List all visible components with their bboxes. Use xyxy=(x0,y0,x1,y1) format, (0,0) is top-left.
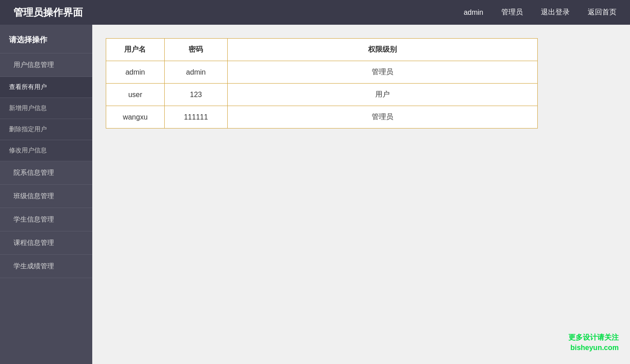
logout-button[interactable]: 退出登录 xyxy=(541,8,570,17)
table-cell-password: 123 xyxy=(164,84,227,106)
watermark-line1: 更多设计请关注 xyxy=(568,333,619,342)
sidebar-item-department-management[interactable]: 院系信息管理 xyxy=(0,161,92,185)
table-cell-username: admin xyxy=(106,61,165,84)
user-table: 用户名 密码 权限级别 adminadmin管理员user123用户wangxu… xyxy=(106,38,538,129)
current-role: 管理员 xyxy=(501,8,523,17)
table-cell-role: 管理员 xyxy=(227,106,537,129)
table-header-password: 密码 xyxy=(164,39,227,61)
table-row: adminadmin管理员 xyxy=(106,61,538,84)
table-cell-password: admin xyxy=(164,61,227,84)
table-cell-username: wangxu xyxy=(106,106,165,129)
sidebar-sub-item-delete-user[interactable]: 删除指定用户 xyxy=(0,119,92,140)
sidebar-item-user-management[interactable]: 用户信息管理 xyxy=(0,53,92,77)
sidebar-sub-item-view-users[interactable]: 查看所有用户 xyxy=(0,77,92,98)
table-cell-username: user xyxy=(106,84,165,106)
page-title: 管理员操作界面 xyxy=(14,6,83,19)
sidebar-sub-item-edit-user[interactable]: 修改用户信息 xyxy=(0,140,92,161)
sidebar-section-title: 请选择操作 xyxy=(0,25,92,53)
table-row: wangxu111111管理员 xyxy=(106,106,538,129)
sidebar-item-course-management[interactable]: 课程信息管理 xyxy=(0,231,92,255)
content-area: 用户名 密码 权限级别 adminadmin管理员user123用户wangxu… xyxy=(92,25,630,364)
table-cell-role: 用户 xyxy=(227,84,537,106)
watermark-line2: bisheyun.com xyxy=(568,343,619,353)
current-user: admin xyxy=(464,9,483,17)
table-header-username: 用户名 xyxy=(106,39,165,61)
table-row: user123用户 xyxy=(106,84,538,106)
home-button[interactable]: 返回首页 xyxy=(588,8,616,17)
main-layout: 请选择操作 用户信息管理 查看所有用户 新增用户信息 删除指定用户 修改用户信息… xyxy=(0,25,630,364)
sidebar-sub-item-add-user[interactable]: 新增用户信息 xyxy=(0,98,92,119)
header-nav: admin 管理员 退出登录 返回首页 xyxy=(464,8,616,17)
table-cell-role: 管理员 xyxy=(227,61,537,84)
sidebar: 请选择操作 用户信息管理 查看所有用户 新增用户信息 删除指定用户 修改用户信息… xyxy=(0,25,92,364)
header: 管理员操作界面 admin 管理员 退出登录 返回首页 xyxy=(0,0,630,25)
watermark: 更多设计请关注 bisheyun.com xyxy=(568,333,619,353)
sidebar-item-student-management[interactable]: 学生信息管理 xyxy=(0,208,92,231)
table-header-role: 权限级别 xyxy=(227,39,537,61)
sidebar-item-grade-management[interactable]: 学生成绩管理 xyxy=(0,255,92,278)
sidebar-item-class-management[interactable]: 班级信息管理 xyxy=(0,185,92,208)
table-cell-password: 111111 xyxy=(164,106,227,129)
